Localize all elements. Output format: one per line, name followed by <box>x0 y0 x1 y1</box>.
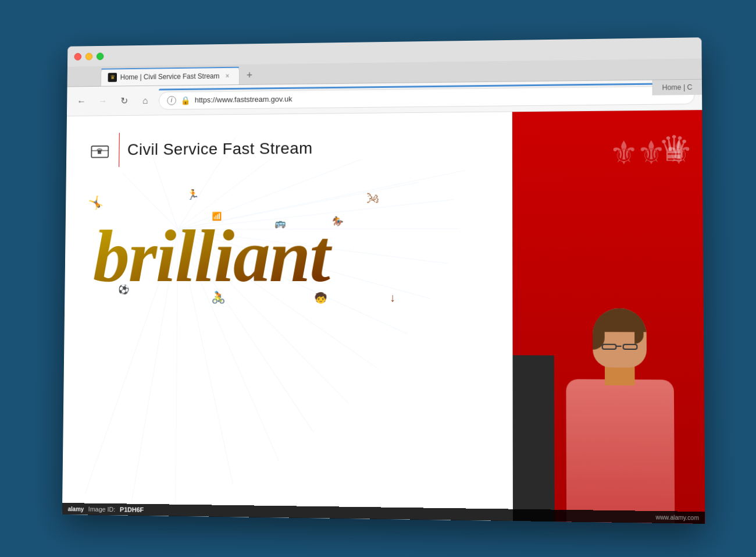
logo-divider <box>119 133 120 167</box>
crown-svg: ♛ <box>88 140 111 159</box>
lock-icon: 🔒 <box>180 95 190 105</box>
second-tab-partial[interactable]: Home | C <box>652 79 702 95</box>
site-name: Civil Service Fast Stream <box>127 139 313 159</box>
reload-button[interactable]: ↻ <box>116 93 131 109</box>
svg-text:🌬: 🌬 <box>366 191 379 205</box>
crown-logo: ♛ <box>88 140 111 159</box>
page-content: ♛ Civil Service Fast Stream <box>62 110 705 524</box>
person-area <box>530 272 705 523</box>
new-tab-button[interactable]: + <box>241 67 258 83</box>
minimize-button[interactable] <box>85 52 93 60</box>
rays-background <box>62 112 513 521</box>
svg-text:🚌: 🚌 <box>274 217 286 228</box>
svg-text:⚽: ⚽ <box>118 283 130 295</box>
traffic-lights <box>74 52 104 60</box>
screenshot-wrapper: ♛ Home | Civil Service Fast Stream × + H… <box>62 37 705 524</box>
svg-text:🤸: 🤸 <box>88 194 104 210</box>
url-bar-wrapper: i 🔒 https://www.faststream.gov.uk <box>159 85 695 109</box>
photo-area: ♛ ⚜⚜⚜ <box>512 110 705 524</box>
svg-text:🚴: 🚴 <box>211 290 226 304</box>
logo-area: ♛ Civil Service Fast Stream <box>88 129 488 167</box>
close-button[interactable] <box>74 53 82 61</box>
info-icon: i <box>167 95 176 105</box>
svg-text:♛: ♛ <box>96 147 104 155</box>
tab-close-button[interactable]: × <box>223 71 232 80</box>
tab-title: Home | Civil Service Fast Stream <box>120 72 220 81</box>
back-button[interactable]: ← <box>74 93 90 109</box>
crown-decoration: ⚜⚜⚜ <box>609 133 691 172</box>
tab-favicon: ♛ <box>108 72 117 81</box>
watermark-logo: alamy <box>68 505 84 512</box>
maximize-button[interactable] <box>97 52 104 60</box>
watermark-id: P1DH6F <box>120 506 144 513</box>
url-text: https://www.faststream.gov.uk <box>195 90 686 104</box>
svg-text:🏃: 🏃 <box>187 187 200 200</box>
watermark-label: Image ID: <box>88 505 115 513</box>
content-left: ♛ Civil Service Fast Stream <box>62 112 513 521</box>
active-tab[interactable]: ♛ Home | Civil Service Fast Stream × <box>101 66 240 86</box>
forward-button[interactable]: → <box>95 93 110 109</box>
brilliant-svg: brilliant 🤸 🏃 📶 🚌 🚴 🌬 <box>87 187 477 304</box>
svg-text:🏇: 🏇 <box>332 215 344 226</box>
svg-text:↓: ↓ <box>390 290 395 303</box>
content-right: ♛ ⚜⚜⚜ <box>512 110 705 524</box>
svg-text:📶: 📶 <box>212 211 222 221</box>
brilliant-area: brilliant 🤸 🏃 📶 🚌 🚴 🌬 <box>87 187 489 307</box>
watermark-url: www.alamy.com <box>655 513 699 520</box>
browser-window: ♛ Home | Civil Service Fast Stream × + H… <box>62 37 705 524</box>
home-button[interactable]: ⌂ <box>137 92 153 108</box>
svg-text:🧒: 🧒 <box>314 291 327 304</box>
